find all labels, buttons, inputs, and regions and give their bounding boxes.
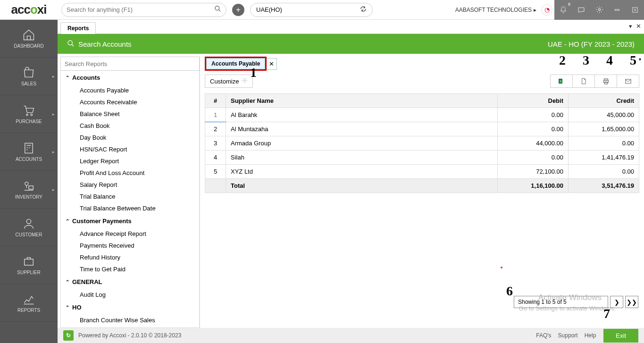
tree-item[interactable]: Trial Balance Between Date bbox=[61, 202, 199, 214]
tree-item[interactable]: Profit And Loss Account bbox=[61, 167, 199, 179]
footer-logo-icon: ↻ bbox=[63, 330, 74, 341]
svg-point-21 bbox=[244, 80, 245, 81]
print-button[interactable] bbox=[594, 75, 617, 88]
nav-supplier[interactable]: SUPPLIER bbox=[0, 246, 58, 284]
nav-customer[interactable]: CUSTOMER bbox=[0, 209, 58, 246]
sync-icon[interactable] bbox=[360, 6, 367, 14]
annotated-tab: Accounts Payable bbox=[205, 57, 267, 71]
help-link[interactable]: Help bbox=[585, 332, 596, 339]
tree-item[interactable]: Balance Sheet bbox=[61, 108, 199, 120]
support-link[interactable]: Support bbox=[558, 332, 578, 339]
alert-icon[interactable]: ◔ bbox=[541, 4, 552, 16]
table-row[interactable]: 1Al Barahk0.0045,000.00 bbox=[205, 108, 639, 122]
close-icon[interactable]: ✕ bbox=[267, 58, 277, 70]
tab-reports[interactable]: Reports bbox=[60, 22, 96, 34]
company-name[interactable]: AABASOFT TECHNOLOGIES ▸ bbox=[455, 7, 539, 13]
nav-purchase[interactable]: PURCHASE▸ bbox=[0, 95, 58, 133]
tree-item[interactable]: Time to Get Paid bbox=[61, 263, 199, 275]
table-row[interactable]: 5XYZ Ltd72,100.000.00 bbox=[205, 165, 639, 179]
pager-next-button[interactable]: ❯ bbox=[610, 296, 623, 308]
close-window-icon[interactable] bbox=[626, 0, 644, 20]
tree-item[interactable]: Refund History bbox=[61, 251, 199, 263]
dropdown-caret-icon[interactable]: ▾ bbox=[639, 57, 641, 62]
email-button[interactable] bbox=[617, 75, 639, 88]
chevron-down-icon: ⌃ bbox=[66, 305, 69, 310]
annotation-2: 2 bbox=[559, 53, 566, 68]
annotation-4: 4 bbox=[606, 53, 613, 68]
svg-point-16 bbox=[26, 219, 31, 224]
table-row[interactable]: 2Al Muntazaha0.001,65,000.00 bbox=[205, 122, 639, 136]
marker-dot bbox=[501, 267, 502, 268]
chevron-down-icon: ⌃ bbox=[66, 279, 69, 284]
svg-rect-9 bbox=[25, 143, 33, 153]
svg-point-8 bbox=[31, 114, 33, 116]
exit-button[interactable]: Exit bbox=[603, 329, 638, 343]
tree-item[interactable]: Cash Book bbox=[61, 120, 199, 132]
svg-rect-26 bbox=[604, 82, 607, 84]
table-total-row: Total1,16,100.003,51,476.19 bbox=[205, 179, 639, 193]
annotation-1: 1 bbox=[250, 65, 257, 80]
annotation-6: 6 bbox=[506, 284, 513, 299]
tree-item[interactable]: Salary Report bbox=[61, 179, 199, 191]
footer-text: Powered by Accoxi - 2.0.10 © 2018-2023 bbox=[78, 332, 181, 339]
col-supplier: Supplier Name bbox=[226, 94, 498, 108]
export-pdf-button[interactable] bbox=[572, 75, 595, 88]
svg-rect-27 bbox=[625, 79, 630, 84]
module-tabstrip: Reports ▾ ✕ bbox=[58, 20, 644, 34]
bell-icon[interactable]: 8 bbox=[554, 0, 572, 20]
export-excel-button[interactable]: X bbox=[550, 75, 573, 88]
nav-sales[interactable]: SALES▸ bbox=[0, 58, 58, 95]
tabstrip-close-icon[interactable]: ✕ bbox=[636, 23, 641, 30]
tree-group[interactable]: ⌃HO bbox=[61, 301, 199, 314]
table-row[interactable]: 3Armada Group44,000.000.00 bbox=[205, 136, 639, 151]
logo: accoxi bbox=[0, 0, 58, 20]
col-credit: Credit bbox=[569, 94, 639, 108]
tree-item[interactable]: Accounts Payable bbox=[61, 84, 199, 96]
tree-item[interactable]: HSN/SAC Report bbox=[61, 143, 199, 155]
tree-item[interactable]: Audit Log bbox=[61, 289, 199, 301]
search-icon bbox=[67, 40, 75, 49]
svg-rect-3 bbox=[615, 9, 619, 10]
customize-button[interactable]: Customize bbox=[205, 75, 253, 88]
tree-item[interactable]: Payments Received bbox=[61, 240, 199, 251]
reports-tree[interactable]: ⌃AccountsAccounts PayableAccounts Receiv… bbox=[60, 71, 200, 328]
tree-group[interactable]: ⌃Accounts bbox=[61, 71, 199, 84]
tree-item[interactable]: Branch Counter Wise Sales bbox=[61, 314, 199, 326]
chevron-right-icon: ▸ bbox=[534, 7, 536, 13]
nav-accounts[interactable]: ACCOUNTS▸ bbox=[0, 133, 58, 171]
faq-link[interactable]: FAQ's bbox=[536, 332, 551, 339]
report-table: # Supplier Name Debit Credit 1Al Barahk0… bbox=[205, 93, 639, 193]
add-button[interactable]: + bbox=[232, 4, 244, 16]
svg-point-19 bbox=[68, 41, 72, 45]
footer: ↻ Powered by Accoxi - 2.0.10 © 2018-2023… bbox=[58, 328, 644, 343]
left-nav: DASHBOARD SALES▸ PURCHASE▸ ACCOUNTS▸ INV… bbox=[0, 20, 58, 343]
minimize-icon[interactable] bbox=[608, 0, 626, 20]
tree-item[interactable]: Day Book bbox=[61, 132, 199, 143]
chevron-down-icon: ⌃ bbox=[66, 75, 69, 80]
settings-icon[interactable] bbox=[590, 0, 608, 20]
tree-item[interactable]: Trial Balance bbox=[61, 191, 199, 202]
chat-icon[interactable] bbox=[572, 0, 590, 20]
page-header: Search Accounts UAE - HO (FY 2023 - 2023… bbox=[58, 34, 644, 54]
reports-tree-panel: ⌃AccountsAccounts PayableAccounts Receiv… bbox=[60, 57, 200, 328]
global-search[interactable] bbox=[61, 3, 226, 17]
search-reports-input[interactable] bbox=[60, 57, 200, 71]
nav-reports[interactable]: REPORTS bbox=[0, 284, 58, 322]
nav-inventory[interactable]: INVENTORY▸ bbox=[0, 171, 58, 209]
tree-item[interactable]: Accounts Receivable bbox=[61, 96, 199, 108]
tabstrip-dropdown-icon[interactable]: ▾ bbox=[629, 23, 632, 30]
nav-dashboard[interactable]: DASHBOARD bbox=[0, 20, 58, 58]
tree-item[interactable]: Ledger Report bbox=[61, 155, 199, 167]
svg-line-20 bbox=[72, 44, 74, 46]
tree-group[interactable]: ⌃Customer Payments bbox=[61, 214, 199, 228]
pager-last-button[interactable]: ❯❯ bbox=[625, 296, 638, 308]
gear-icon bbox=[242, 77, 248, 85]
org-selector[interactable]: UAE(HO) bbox=[250, 3, 373, 17]
main-area: Reports ▾ ✕ Search Accounts UAE - HO (FY… bbox=[58, 20, 644, 343]
svg-point-2 bbox=[598, 8, 600, 10]
tree-item[interactable]: Advance Receipt Report bbox=[61, 228, 199, 240]
search-input[interactable] bbox=[67, 6, 214, 13]
table-row[interactable]: 4Silah0.001,41,476.19 bbox=[205, 151, 639, 165]
tree-group[interactable]: ⌃GENERAL bbox=[61, 275, 199, 289]
pager: Showing 1 to 5 of 5 ❯ ❯❯ bbox=[514, 296, 638, 308]
